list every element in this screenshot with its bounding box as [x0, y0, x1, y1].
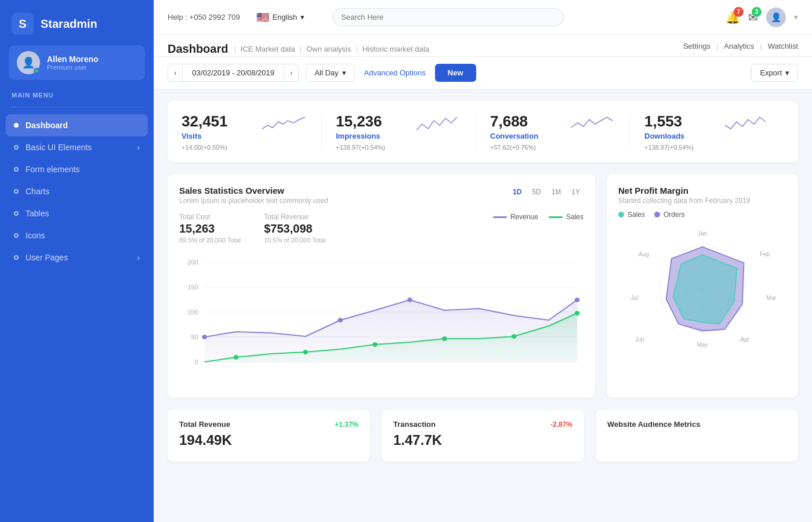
- stat-impressions: 15,236 Impressions +138.97(+0.54%): [322, 113, 476, 151]
- radar-svg: Jan Feb Mar Apr May Jun Jul Aug: [618, 226, 786, 353]
- chart-stats: Total Cost 15,263 89.5% of 20,000 Total …: [179, 213, 583, 244]
- bcard-transaction-num: 1.47.7K: [393, 432, 572, 448]
- watchlist-link[interactable]: Watchlist: [768, 42, 798, 50]
- sidebar-item-label-user-pages: User Pages: [26, 253, 68, 262]
- chart-ctrl-5d[interactable]: 5D: [528, 187, 544, 197]
- sidebar-item-tables[interactable]: Tables: [6, 202, 148, 224]
- sparkline-visits: [261, 113, 307, 133]
- topbar-avatar[interactable]: 👤: [766, 8, 786, 27]
- breadcrumb: Dashboard | ICE Market data | Own analys…: [168, 42, 429, 56]
- breadcrumb-own[interactable]: Own analysis: [306, 45, 351, 53]
- allday-label: All Day: [314, 68, 338, 77]
- svg-point-14: [575, 298, 580, 302]
- svg-text:200: 200: [188, 259, 198, 266]
- net-profit-subtitle: Started collecting data from February 20…: [618, 197, 786, 205]
- sidebar-nav: Dashboard Basic UI Elements › Form eleme…: [0, 114, 154, 522]
- settings-link[interactable]: Settings: [683, 42, 710, 50]
- svg-point-17: [303, 350, 308, 354]
- svg-text:May: May: [697, 342, 708, 348]
- sidebar-item-icons[interactable]: Icons: [6, 224, 148, 246]
- stat-conversation: 7,688 Conversation +57.62(+0.76%): [476, 113, 630, 151]
- stat-visits-number: 32,451: [182, 113, 228, 130]
- date-next-button[interactable]: ›: [284, 64, 299, 82]
- mail-icon-wrap[interactable]: ✉ 3: [748, 10, 758, 24]
- charts-row: Sales Statistics Overview Lorem ipsum is…: [168, 174, 798, 398]
- sidebar-section-label: Main Menu: [0, 92, 154, 103]
- svg-text:Feb: Feb: [760, 251, 770, 258]
- sidebar-item-basic-ui[interactable]: Basic UI Elements ›: [6, 136, 148, 158]
- sidebar-item-charts[interactable]: Charts: [6, 180, 148, 202]
- dashboard-header: Dashboard | ICE Market data | Own analys…: [154, 35, 812, 57]
- sidebar-item-form[interactable]: Form elements: [6, 158, 148, 180]
- avatar-wrap: 👤: [17, 51, 40, 74]
- total-rev-pct: 10.5% of 20,000 Total: [264, 237, 325, 244]
- new-button[interactable]: New: [435, 64, 476, 82]
- chart-ctrl-1m[interactable]: 1M: [548, 187, 565, 197]
- bottom-card-revenue: Total Revenue +1.37% 194.49K: [168, 409, 370, 462]
- svg-text:Jan: Jan: [698, 230, 707, 237]
- svg-text:Mar: Mar: [766, 295, 777, 301]
- sales-chart-title: Sales Statistics Overview: [179, 186, 328, 195]
- sidebar: S Staradmin 👤 Allen Moreno Premium user …: [0, 0, 154, 522]
- search-input[interactable]: [332, 8, 564, 26]
- date-prev-button[interactable]: ‹: [168, 64, 183, 82]
- net-profit-title: Net Profit Margin: [618, 186, 786, 195]
- stat-conversation-change: +57.62(+0.76%): [490, 144, 616, 151]
- stat-impressions-label: Impressions: [336, 132, 382, 140]
- sidebar-item-label-dashboard: Dashboard: [26, 121, 68, 130]
- date-range-display: 03/02/2019 - 20/08/2019: [183, 64, 284, 82]
- user-info: Allen Moreno Premium user: [47, 55, 99, 71]
- bcard-audience-title: Website Audience Metrics: [607, 420, 700, 429]
- arrow-icon-user-pages: ›: [137, 253, 140, 262]
- analytics-link[interactable]: Analytics: [724, 42, 754, 50]
- svg-point-18: [372, 342, 378, 347]
- radar-sales-label: Sales: [628, 211, 645, 219]
- notif-badge: 7: [734, 7, 744, 17]
- sales-chart-header: Sales Statistics Overview Lorem ipsum is…: [179, 186, 583, 205]
- sidebar-item-label-basic-ui: Basic UI Elements: [26, 143, 92, 152]
- stat-impressions-number: 15,236: [336, 113, 382, 130]
- sidebar-item-dashboard[interactable]: Dashboard: [6, 114, 148, 136]
- radar-dot-sales: [618, 212, 624, 217]
- export-button[interactable]: Export ▾: [751, 64, 798, 82]
- mail-badge: 3: [752, 7, 762, 17]
- language-selector[interactable]: 🇺🇸 English ▾: [252, 9, 310, 26]
- svg-text:Jun: Jun: [635, 336, 644, 343]
- notification-bell[interactable]: 🔔 7: [726, 10, 740, 24]
- nav-dot-user-pages: [14, 255, 19, 260]
- advanced-options-button[interactable]: Advanced Options: [362, 64, 428, 81]
- sales-chart-card: Sales Statistics Overview Lorem ipsum is…: [168, 174, 595, 398]
- svg-point-19: [442, 336, 447, 341]
- radar-legend: Sales Orders: [618, 211, 786, 219]
- sidebar-item-user-pages[interactable]: User Pages ›: [6, 246, 148, 269]
- sidebar-item-label-form: Form elements: [26, 165, 79, 174]
- breadcrumb-ice[interactable]: ICE Market data: [241, 45, 295, 53]
- breadcrumb-historic[interactable]: Historic market data: [362, 45, 430, 53]
- brand-name: Staradmin: [41, 17, 97, 31]
- nav-dot-dashboard: [14, 123, 19, 128]
- legend-sales-label: Sales: [566, 213, 583, 221]
- filter-bar: ‹ 03/02/2019 - 20/08/2019 › All Day ▾ Ad…: [154, 57, 812, 89]
- bcard-transaction-title: Transaction: [393, 420, 436, 429]
- bcard-revenue-num: 194.49K: [179, 432, 358, 448]
- sparkline-impressions: [415, 113, 462, 133]
- chart-ctrl-1y[interactable]: 1Y: [568, 187, 583, 197]
- nav-dot-basic-ui: [14, 145, 19, 150]
- topbar-right: 🔔 7 ✉ 3 👤 ▾: [726, 8, 798, 27]
- sidebar-brand: S Staradmin: [0, 0, 154, 45]
- sidebar-item-label-tables: Tables: [26, 209, 49, 218]
- user-profile-card[interactable]: 👤 Allen Moreno Premium user: [9, 45, 145, 80]
- stat-conversation-number: 7,688: [490, 113, 538, 130]
- nav-dot-icons: [14, 233, 19, 238]
- radar-orders-label: Orders: [664, 211, 685, 219]
- date-nav: ‹ 03/02/2019 - 20/08/2019 ›: [168, 64, 299, 82]
- chart-ctrl-1d[interactable]: 1D: [509, 187, 525, 197]
- stat-visits-change: +14.00(+0.50%): [182, 144, 307, 151]
- svg-text:0: 0: [195, 359, 198, 365]
- sales-svg-chart: 200 150 100 50 0: [179, 251, 583, 384]
- chevron-down-user-icon: ▾: [794, 13, 798, 21]
- svg-point-11: [202, 335, 207, 339]
- allday-button[interactable]: All Day ▾: [306, 64, 354, 82]
- chevron-down-icon: ▾: [300, 13, 304, 21]
- online-dot: [34, 68, 39, 74]
